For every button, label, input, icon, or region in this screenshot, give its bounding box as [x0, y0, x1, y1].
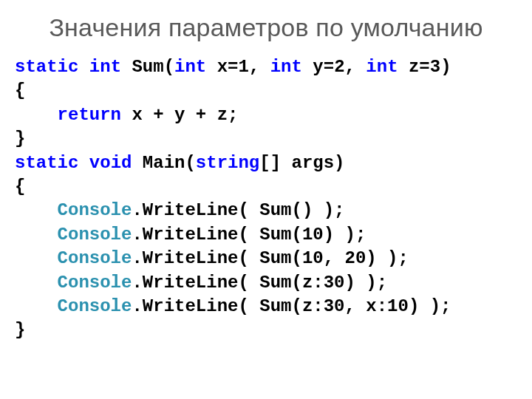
type-console: Console	[58, 296, 132, 316]
slide-title: Значения параметров по умолчанию	[15, 13, 517, 42]
main-sig-a: Main(	[132, 153, 195, 173]
slide: Значения параметров по умолчанию static …	[0, 0, 532, 399]
indent	[15, 248, 58, 268]
keyword-static: static	[15, 153, 78, 173]
keyword-int: int	[366, 57, 398, 77]
brace-open: {	[15, 177, 25, 197]
keyword-int: int	[174, 57, 206, 77]
type-console: Console	[58, 248, 132, 268]
indent	[15, 225, 58, 245]
keyword-static: static	[15, 57, 78, 77]
type-console: Console	[58, 273, 132, 293]
param-y: y=2,	[302, 57, 366, 77]
call-1: .WriteLine( Sum() );	[132, 200, 344, 220]
indent	[15, 105, 58, 125]
type-console: Console	[58, 200, 132, 220]
call-5: .WriteLine( Sum(z:30, x:10) );	[132, 296, 451, 316]
brace-close: }	[15, 320, 25, 340]
brace-open: {	[15, 81, 25, 100]
indent	[15, 200, 58, 220]
method-name-sum: Sum(	[121, 57, 174, 77]
param-z: z=3)	[398, 57, 451, 77]
keyword-return: return	[58, 105, 121, 125]
indent	[15, 296, 58, 316]
keyword-string: string	[196, 153, 259, 173]
main-sig-b: [] args)	[259, 153, 344, 173]
code-block: static int Sum(int x=1, int y=2, int z=3…	[15, 55, 517, 343]
keyword-int: int	[270, 57, 302, 77]
keyword-int: int	[89, 57, 121, 77]
keyword-void: void	[89, 153, 132, 173]
call-3: .WriteLine( Sum(10, 20) );	[132, 248, 408, 268]
param-x: x=1,	[206, 57, 270, 77]
indent	[15, 273, 58, 293]
call-4: .WriteLine( Sum(z:30) );	[132, 273, 387, 293]
brace-close: }	[15, 129, 25, 149]
type-console: Console	[58, 225, 132, 245]
call-2: .WriteLine( Sum(10) );	[132, 225, 366, 245]
return-expr: x + y + z;	[121, 105, 238, 125]
